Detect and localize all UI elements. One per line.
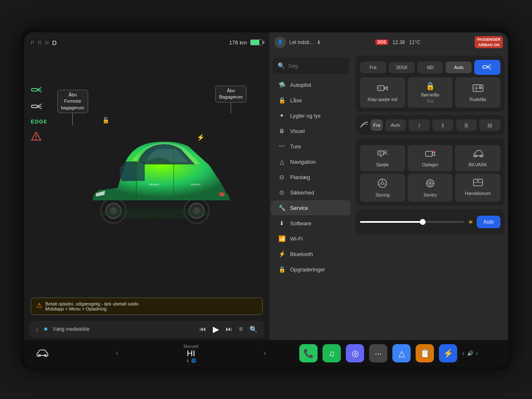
phone-app-icon[interactable]: 📞 [299,344,318,362]
menu-autopilot[interactable]: 🛸 Autopilot [271,77,350,92]
front-trunk-label: Åbn Forreste bagagerum [57,90,88,126]
rear-trunk-label: Åbn Bagagerum [215,86,246,113]
menu-trips[interactable]: 〰 Ture [271,139,350,154]
wiper-auto-button[interactable]: Auto [385,119,406,131]
spotify-app-icon[interactable]: ♫ [323,344,341,362]
light-btn-dims[interactable]: ⊟D [417,62,443,74]
svg-point-42 [381,182,384,185]
steering-tile[interactable]: Styring [360,174,405,202]
bottom-bar-left: ‹ Manuelt HI 🌡 🌀 › [27,344,273,363]
lock-icon: 🔒 [278,97,286,103]
gear-n[interactable]: N [45,39,49,46]
bottom-bar-right: 📞 ♫ ◎ ··· △ 📋 ⚡ ‹ 🔊 › [273,344,505,362]
nav-right-arrow[interactable]: › [264,350,266,357]
wiper-4-button[interactable]: |||| [479,119,500,131]
brightness-thumb[interactable] [420,219,426,225]
equalizer-button[interactable]: ≡ [239,325,243,333]
glovebox-tile[interactable]: Handskerum [455,174,500,202]
car-view: Åbn Forreste bagagerum 🔓 ⚡ [24,52,269,294]
download-icon[interactable]: ⬇ [317,39,321,45]
schedule-icon: ⊙ [278,174,286,180]
screen-bezel: P R N D 176 km 👤 Let indsti... [21,29,511,370]
svg-line-44 [378,184,381,185]
brightness-row: ☀ Auto [360,213,500,231]
screen-inner: P R N D 176 km 👤 Let indsti... [24,32,508,367]
search-input[interactable] [288,63,352,69]
play-button[interactable]: ▶ [213,324,219,334]
user-icon[interactable]: 👤 [274,37,286,48]
lights-control-section: Fra ЭDG€ ⊟D Auto [356,56,505,112]
svg-line-3 [37,90,42,92]
menu-upgrades-label: Opgraderinger [290,266,325,273]
menu-navigation[interactable]: △ Navigation [271,154,350,169]
carwash-tile[interactable]: BILVASK [455,145,500,171]
more-apps-icon[interactable]: ··· [369,344,387,362]
maps-app-icon[interactable]: △ [392,344,411,362]
mirror-fold-icon [377,83,388,95]
rear-light-icon[interactable] [31,102,47,112]
user-label: Let indsti... [289,39,313,45]
gear-d[interactable]: D [52,39,57,46]
volume-left-arrow[interactable]: ‹ [462,350,464,357]
bluetooth-app-icon[interactable]: ⚡ [439,344,457,362]
light-btn-fra[interactable]: Fra [360,62,386,73]
menu-upgrades[interactable]: 🔒 Opgraderinger [271,262,350,277]
media-source-label[interactable]: Vælg mediekilde [53,326,195,332]
menu-schedule-label: Planlæg [290,174,310,180]
notes-app-icon[interactable]: 📋 [416,344,434,362]
headlight-icon[interactable] [31,86,47,96]
time-display: 12.38 [392,39,405,45]
gear-r[interactable]: R [38,39,42,46]
menu-wifi[interactable]: 📶 Wi-Fi [271,231,350,246]
menu-schedule[interactable]: ⊙ Planlæg [271,170,350,185]
fold-mirror-tile[interactable]: Klap spejle ind [360,77,405,108]
next-track-button[interactable]: ⏭ [226,325,232,333]
radio-app-icon[interactable]: ◎ [346,344,364,362]
menu-service-label: Service [290,205,308,211]
hazard-text[interactable]: EDG€ [31,119,47,124]
svg-line-24 [487,67,491,69]
wiper-fra-button[interactable]: Fra [371,119,383,131]
window-lock-tile[interactable]: Rudelås [455,77,500,108]
svg-point-38 [432,150,433,152]
climate-display[interactable]: Manuelt HI 🌡 🌀 [184,344,199,363]
nav-left-arrow[interactable]: ‹ [116,350,118,357]
action-tiles-section: Spejle Optager [356,138,505,206]
climate-value: HI [187,349,195,358]
sentry-tile[interactable]: Sentry [408,174,453,202]
recorder-tile[interactable]: Optager [408,145,453,171]
menu-software[interactable]: ⬇ Software [271,216,350,231]
mirror-action-tile[interactable]: Spejle [360,145,405,171]
gear-p[interactable]: P [31,39,34,46]
search-media-button[interactable]: 🔍 [249,325,258,333]
menu-bluetooth[interactable]: ⚡ Bluetooth [271,246,350,261]
menu-lights[interactable]: ✦ Lygter og lys [271,108,350,123]
recorder-label: Optager [422,162,438,167]
warning-line1: Betalt opladni. utilgængelig - tjek ubet… [45,301,138,306]
light-btn-auto[interactable]: Auto [446,62,472,73]
wiper-icon [360,121,369,130]
prev-track-button[interactable]: ⏮ [200,325,206,333]
menu-trips-label: Ture [290,143,301,150]
auto-button[interactable]: Auto [477,216,500,228]
wiper-3-button[interactable]: ||| [456,119,477,131]
light-btn-beam[interactable] [474,60,500,75]
car-icon-bottom[interactable] [34,345,51,362]
left-icons-bar: EDG€ [31,86,47,143]
menu-safety[interactable]: ⊙ Sikkerhed [271,185,350,200]
search-icon: 🔍 [278,62,285,69]
volume-right-arrow[interactable]: › [476,350,478,357]
software-icon: ⬇ [278,220,286,227]
alert-icon[interactable] [31,131,47,143]
light-btn-edge[interactable]: ЭDG€ [389,62,415,73]
wiper-2-button[interactable]: || [432,119,453,131]
brightness-section: ☀ Auto [356,209,505,235]
menu-lock[interactable]: 🔒 Låse [271,93,350,108]
brightness-slider[interactable] [360,221,464,223]
menu-visual[interactable]: 🖥 Visuel [271,123,350,138]
child-lock-tile[interactable]: 🔒 Børnelås Fra [408,77,453,108]
svg-point-36 [384,150,387,153]
safety-icon: ⊙ [278,189,286,196]
wiper-1-button[interactable]: | [409,119,430,131]
menu-service[interactable]: 🔧 Service [271,200,350,215]
